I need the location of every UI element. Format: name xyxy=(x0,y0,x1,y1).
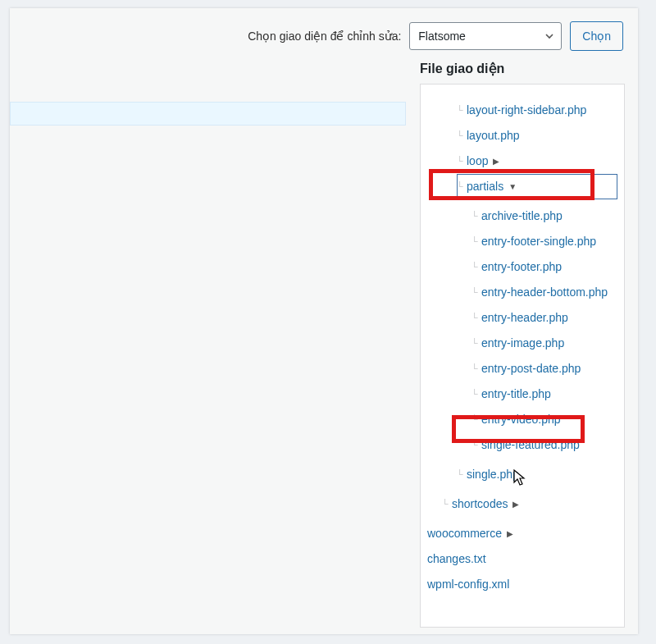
theme-select[interactable]: Flatsome xyxy=(409,22,562,50)
file-entry-footer[interactable]: entry-footer.php xyxy=(481,258,562,276)
file-entry-header[interactable]: entry-header.php xyxy=(481,309,568,327)
tree-connector-icon: └ xyxy=(472,285,480,299)
select-button[interactable]: Chọn xyxy=(570,21,623,51)
tree-connector-icon: └ xyxy=(457,103,465,117)
file-single-featured[interactable]: single-featured.php xyxy=(481,436,580,454)
folder-woocommerce[interactable]: woocommerce xyxy=(427,525,502,542)
folder-partials[interactable]: partials xyxy=(467,178,503,195)
theme-file-panel: └ layout-right-sidebar.php └ layout.php … xyxy=(420,84,625,628)
file-layout[interactable]: layout.php xyxy=(467,127,520,144)
tree-connector-icon: └ xyxy=(442,497,450,511)
tree-connector-icon: └ xyxy=(472,362,480,376)
file-entry-title[interactable]: entry-title.php xyxy=(481,386,551,403)
tree-connector-icon: └ xyxy=(472,413,480,427)
file-entry-footer-single[interactable]: entry-footer-single.php xyxy=(481,233,596,250)
tree-connector-icon: └ xyxy=(457,180,465,194)
tree-connector-icon: └ xyxy=(472,438,480,452)
file-wpml-config[interactable]: wpml-config.xml xyxy=(427,576,509,593)
file-changes[interactable]: changes.txt xyxy=(427,550,486,568)
folder-loop[interactable]: loop xyxy=(467,153,488,170)
editor-current-line xyxy=(10,102,406,126)
chevron-down-icon xyxy=(544,31,554,41)
file-single[interactable]: single.php xyxy=(467,466,519,483)
tree-connector-icon: └ xyxy=(472,260,480,274)
tree-connector-icon: └ xyxy=(457,154,465,168)
tree-connector-icon: └ xyxy=(472,387,480,401)
theme-file-scroll[interactable]: └ layout-right-sidebar.php └ layout.php … xyxy=(421,84,624,627)
tree-connector-icon: └ xyxy=(472,209,480,223)
theme-select-label: Chọn giao diện để chỉnh sửa: xyxy=(248,30,401,43)
tree-connector-icon: └ xyxy=(472,311,480,325)
file-entry-post-date[interactable]: entry-post-date.php xyxy=(481,360,581,377)
file-layout-right-sidebar[interactable]: layout-right-sidebar.php xyxy=(467,102,586,119)
tree-connector-icon: └ xyxy=(472,336,480,350)
file-entry-image[interactable]: entry-image.php xyxy=(481,335,564,352)
caret-right-icon: ▶ xyxy=(512,498,519,510)
file-archive-title[interactable]: archive-title.php xyxy=(481,208,563,225)
tree-connector-icon: └ xyxy=(457,468,465,482)
file-entry-video[interactable]: entry-video.php xyxy=(481,411,561,428)
tree-connector-icon: └ xyxy=(472,235,480,249)
folder-shortcodes[interactable]: shortcodes xyxy=(452,496,508,513)
tree-connector-icon: └ xyxy=(457,129,465,143)
theme-select-value: Flatsome xyxy=(418,30,466,43)
caret-down-icon: ▼ xyxy=(508,180,517,193)
caret-right-icon: ▶ xyxy=(507,528,513,540)
file-panel-heading: File giao diện xyxy=(420,61,504,76)
file-entry-header-bottom[interactable]: entry-header-bottom.php xyxy=(481,284,608,301)
caret-right-icon: ▶ xyxy=(493,155,499,167)
